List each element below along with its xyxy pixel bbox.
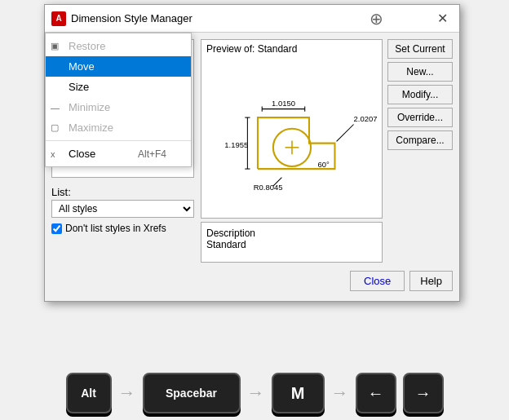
menu-item-move[interactable]: Move: [46, 56, 191, 77]
preview-desc-column: Preview of: Standard: [201, 39, 383, 263]
list-label-row: List:: [51, 186, 194, 198]
context-menu: ▣ Restore Move Size — Minimize ▢ Maximiz…: [45, 33, 192, 167]
arrow-3: →: [331, 382, 349, 404]
compare-button[interactable]: Compare...: [387, 130, 453, 150]
svg-line-11: [336, 124, 353, 141]
key-right-arrow: →: [403, 373, 444, 413]
description-box: Description Standard: [201, 222, 383, 263]
move-cursor-icon: ⊕: [370, 9, 383, 29]
menu-item-size[interactable]: Size: [46, 77, 191, 97]
title-bar: A Dimension Style Manager ⊕ ✕: [45, 5, 459, 33]
menu-item-maximize[interactable]: ▢ Maximize: [46, 117, 191, 138]
svg-text:1.0150: 1.0150: [272, 99, 295, 108]
arrow-2: →: [247, 382, 265, 404]
dont-list-xrefs-checkbox[interactable]: [51, 223, 62, 234]
checkbox-row: Don't list styles in Xrefs: [51, 223, 194, 234]
right-panel: Preview of: Standard: [201, 39, 453, 263]
title-bar-right: ⊕ ✕: [370, 9, 453, 29]
list-label: List:: [51, 186, 71, 198]
arrow-1: →: [118, 382, 136, 404]
override-button[interactable]: Override...: [387, 108, 453, 127]
description-value: Standard: [206, 239, 377, 250]
key-spacebar: Spacebar: [143, 373, 241, 413]
svg-text:60°: 60°: [317, 160, 329, 169]
help-button[interactable]: Help: [409, 271, 453, 291]
set-current-button[interactable]: Set Current: [387, 39, 453, 59]
preview-svg: 1.0150 1.1955 2.0207: [206, 55, 378, 214]
buttons-panel: Set Current New... Modify... Override...…: [387, 39, 453, 263]
list-dropdown-container: List: All styles Styles in use: [51, 183, 194, 218]
preview-buttons-row: Preview of: Standard: [201, 39, 453, 263]
close-button[interactable]: Close: [350, 271, 405, 291]
close-prefix: x: [51, 149, 55, 159]
modify-button[interactable]: Modify...: [387, 85, 453, 104]
svg-text:2.0207: 2.0207: [353, 114, 377, 123]
menu-item-restore[interactable]: ▣ Restore: [46, 36, 191, 56]
list-dropdown[interactable]: All styles Styles in use: [51, 200, 194, 218]
key-alt: Alt: [66, 373, 112, 413]
dont-list-xrefs-label: Don't list styles in Xrefs: [65, 223, 166, 234]
description-label: Description: [206, 228, 377, 239]
keyboard-row: Alt → Spacebar → M → ← →: [8, 373, 501, 413]
svg-text:R0.8045: R0.8045: [253, 183, 282, 192]
preview-label: Preview of: Standard: [206, 43, 297, 55]
menu-separator: [46, 140, 191, 141]
minimize-prefix: —: [51, 103, 60, 113]
dialog-window: A Dimension Style Manager ⊕ ✕ ▣ Restore …: [44, 4, 460, 302]
svg-text:1.1955: 1.1955: [224, 140, 248, 149]
dialog-title: Dimension Style Manager: [71, 12, 193, 24]
overlay: A Dimension Style Manager ⊕ ✕ ▣ Restore …: [0, 0, 509, 420]
new-button[interactable]: New...: [387, 62, 453, 82]
autocad-icon: A: [51, 11, 66, 26]
key-m: M: [272, 373, 325, 413]
key-left-arrow: ←: [356, 373, 396, 413]
title-bar-left: A Dimension Style Manager: [51, 11, 193, 26]
menu-item-minimize[interactable]: — Minimize: [46, 97, 191, 117]
preview-area: Preview of: Standard: [201, 39, 383, 219]
close-window-button[interactable]: ✕: [432, 9, 453, 28]
maximize-prefix: ▢: [51, 122, 59, 133]
menu-item-close[interactable]: x Close Alt+F4: [46, 144, 191, 164]
bottom-buttons: Close Help: [51, 267, 453, 294]
restore-prefix: ▣: [51, 41, 59, 51]
